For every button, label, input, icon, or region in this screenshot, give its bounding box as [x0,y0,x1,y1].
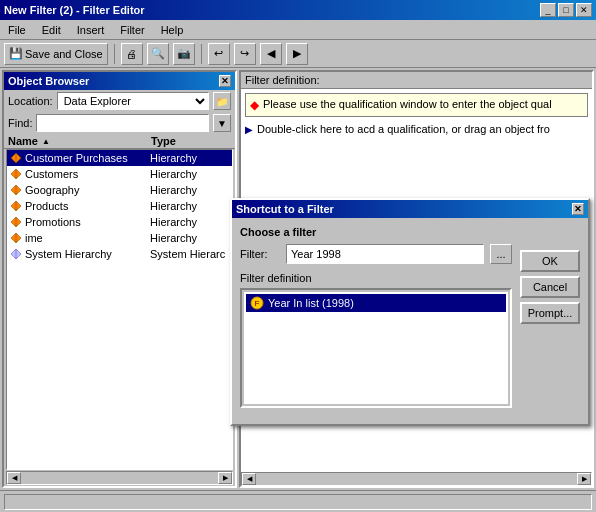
filter-list-inner: F Year In list (1998) [244,292,508,404]
menu-edit[interactable]: Edit [38,22,65,38]
location-row: Location: Data Explorer 📁 [4,90,235,112]
title-bar: New Filter (2) - Filter Editor _ □ ✕ [0,0,596,20]
filter-field-label: Filter: [240,248,280,260]
minimize-button[interactable]: _ [540,3,556,17]
item-type-customer-purchases: Hierarchy [150,152,230,164]
location-label: Location: [8,95,53,107]
list-item[interactable]: Customers Hierarchy [7,166,232,182]
filter-hscroll-left[interactable]: ◀ [242,473,256,485]
dialog-title-bar: Shortcut to a Filter ✕ [232,200,588,218]
item-type-promotions: Hierarchy [150,216,230,228]
toolbar-sep-2 [201,44,202,64]
col-type-header[interactable]: Type [151,135,231,147]
main-area: Object Browser ✕ Location: Data Explorer… [0,68,596,490]
sort-arrow-icon: ▲ [42,137,50,146]
undo-button[interactable]: ↩ [208,43,230,65]
find-row: Find: ▼ [4,112,235,134]
dialog-close-button[interactable]: ✕ [572,203,584,215]
camera-button[interactable]: 📷 [173,43,195,65]
item-type-geography: Hierarchy [150,184,230,196]
filter-notice: ◆ Please use the qualification window to… [245,93,588,117]
object-browser-titlebar: Object Browser ✕ [4,72,235,90]
hierarchy-icon [9,183,23,197]
filter-browse-button[interactable]: ... [490,244,512,264]
filter-input[interactable] [286,244,484,264]
item-type-time: Hierarchy [150,232,230,244]
ok-button[interactable]: OK [520,250,580,272]
browser-hscrollbar[interactable]: ◀ ▶ [6,471,233,485]
dialog-title-text: Shortcut to a Filter [236,203,334,215]
hierarchy-icon [9,151,23,165]
close-button[interactable]: ✕ [576,3,592,17]
filter-hscroll-right[interactable]: ▶ [577,473,591,485]
filter-item-icon: F [250,296,264,310]
item-name-promotions: Promotions [25,216,150,228]
warning-icon: ◆ [250,98,259,112]
menu-help[interactable]: Help [157,22,188,38]
hscroll-right-button[interactable]: ▶ [218,472,232,484]
hierarchy-icon [9,215,23,229]
menu-filter[interactable]: Filter [116,22,148,38]
filter-list-item[interactable]: F Year In list (1998) [246,294,506,312]
item-type-products: Hierarchy [150,200,230,212]
filter-hscrollbar[interactable]: ◀ ▶ [241,472,592,486]
col-name-header[interactable]: Name ▲ [8,135,151,147]
filter-item-label: Year In list (1998) [268,297,354,309]
item-name-products: Products [25,200,150,212]
item-type-system-hierarchy: System Hierarc [150,248,230,260]
window-title: New Filter (2) - Filter Editor [4,4,145,16]
toolbar-sep-1 [114,44,115,64]
location-folder-button[interactable]: 📁 [213,92,231,110]
nav-left-button[interactable]: ◀ [260,43,282,65]
maximize-button[interactable]: □ [558,3,574,17]
hscroll-left-button[interactable]: ◀ [7,472,21,484]
redo-button[interactable]: ↪ [234,43,256,65]
dialog-buttons: OK Cancel Prompt... [520,250,580,324]
object-browser-title: Object Browser [8,75,89,87]
hint-arrow-icon: ▶ [245,124,253,135]
hierarchy-icon [9,231,23,245]
nav-right-button[interactable]: ▶ [286,43,308,65]
object-list[interactable]: Customer Purchases Hierarchy Customers H… [6,149,233,470]
status-text [4,494,592,510]
list-item[interactable]: Customer Purchases Hierarchy [7,150,232,166]
filter-notice-text: Please use the qualification window to e… [263,98,552,110]
filter-input-row: Filter: ... [240,244,512,264]
list-item[interactable]: Products Hierarchy [7,198,232,214]
find-input[interactable] [36,114,209,132]
print-preview-button[interactable]: 🔍 [147,43,169,65]
filter-hint: ▶ Double-click here to acd a qualificati… [245,121,588,137]
object-browser: Object Browser ✕ Location: Data Explorer… [2,70,237,488]
choose-filter-label: Choose a filter [240,226,512,238]
cancel-button[interactable]: Cancel [520,276,580,298]
list-item[interactable]: Goography Hierarchy [7,182,232,198]
find-filter-button[interactable]: ▼ [213,114,231,132]
list-item[interactable]: Promotions Hierarchy [7,214,232,230]
list-item[interactable]: ime Hierarchy [7,230,232,246]
menu-bar: File Edit Insert Filter Help [0,20,596,40]
location-select[interactable]: Data Explorer [57,92,209,110]
shortcut-filter-dialog: Shortcut to a Filter ✕ Choose a filter F… [230,198,590,426]
list-item[interactable]: System Hierarchy System Hierarc [7,246,232,262]
item-name-customer-purchases: Customer Purchases [25,152,150,164]
object-browser-close[interactable]: ✕ [219,75,231,87]
save-icon: 💾 [9,47,23,60]
item-name-time: ime [25,232,150,244]
prompt-button[interactable]: Prompt... [520,302,580,324]
item-name-geography: Goography [25,184,150,196]
filter-hscroll-track[interactable] [256,474,577,484]
menu-file[interactable]: File [4,22,30,38]
filter-definition-list[interactable]: F Year In list (1998) [240,288,512,408]
hierarchy-icon [9,167,23,181]
status-bar [0,490,596,512]
save-close-button[interactable]: 💾 Save and Close [4,43,108,65]
menu-insert[interactable]: Insert [73,22,109,38]
find-label: Find: [8,117,32,129]
filter-def-title: Filter definition: [241,72,592,89]
hscroll-track[interactable] [21,473,218,483]
item-name-system-hierarchy: System Hierarchy [25,248,150,260]
svg-text:F: F [255,299,260,308]
print-button[interactable]: 🖨 [121,43,143,65]
toolbar: 💾 Save and Close 🖨 🔍 📷 ↩ ↪ ◀ ▶ [0,40,596,68]
filter-def-section-label: Filter definition [240,272,512,284]
